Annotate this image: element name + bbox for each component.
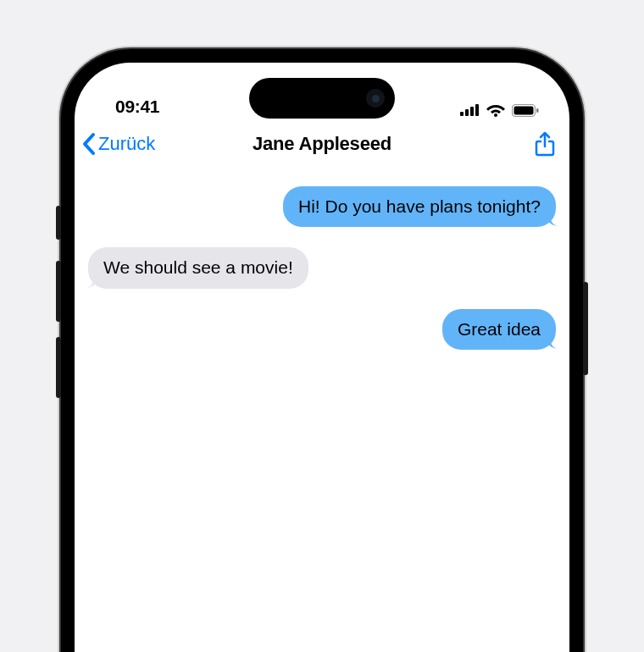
message-row: Great idea (88, 309, 556, 350)
power-button (583, 282, 588, 375)
back-label: Zurück (98, 133, 155, 155)
svg-rect-3 (475, 104, 479, 116)
svg-point-4 (494, 113, 497, 117)
message-text: We should see a movie! (103, 257, 293, 277)
phone-frame: 09:41 (61, 49, 583, 652)
share-button[interactable] (534, 130, 556, 157)
message-row: Hi! Do you have plans tonight? (88, 186, 556, 227)
bubble-tail-icon (546, 334, 561, 350)
bubble-tail-icon (546, 212, 561, 227)
dynamic-island (249, 78, 395, 119)
nav-bar: Zurück Jane Appleseed (75, 120, 569, 168)
message-text: Great idea (458, 319, 541, 339)
chevron-left-icon (81, 132, 97, 156)
received-message-bubble[interactable]: We should see a movie! (88, 247, 308, 288)
contact-name: Jane Appleseed (253, 133, 391, 155)
share-icon (534, 130, 556, 157)
volume-up-button (56, 261, 61, 322)
status-time: 09:41 (115, 97, 159, 117)
front-camera-icon (366, 89, 385, 108)
message-text: Hi! Do you have plans tonight? (298, 196, 541, 216)
svg-rect-2 (470, 107, 474, 116)
phone-screen: 09:41 (75, 63, 569, 652)
bubble-tail-icon (83, 274, 98, 289)
silent-switch (56, 206, 61, 240)
back-button[interactable]: Zurück (81, 132, 155, 156)
svg-rect-6 (514, 106, 534, 114)
svg-rect-0 (460, 112, 464, 116)
wifi-icon (486, 103, 505, 117)
message-row: We should see a movie! (88, 247, 556, 288)
sent-message-bubble[interactable]: Hi! Do you have plans tonight? (283, 186, 556, 227)
status-icons (460, 103, 539, 117)
svg-rect-1 (465, 109, 469, 116)
cellular-icon (460, 104, 480, 116)
battery-icon (512, 104, 539, 117)
volume-down-button (56, 337, 61, 398)
sent-message-bubble[interactable]: Great idea (442, 309, 556, 350)
messages-area[interactable]: Hi! Do you have plans tonight? We should… (75, 168, 569, 350)
svg-rect-7 (536, 108, 539, 113)
